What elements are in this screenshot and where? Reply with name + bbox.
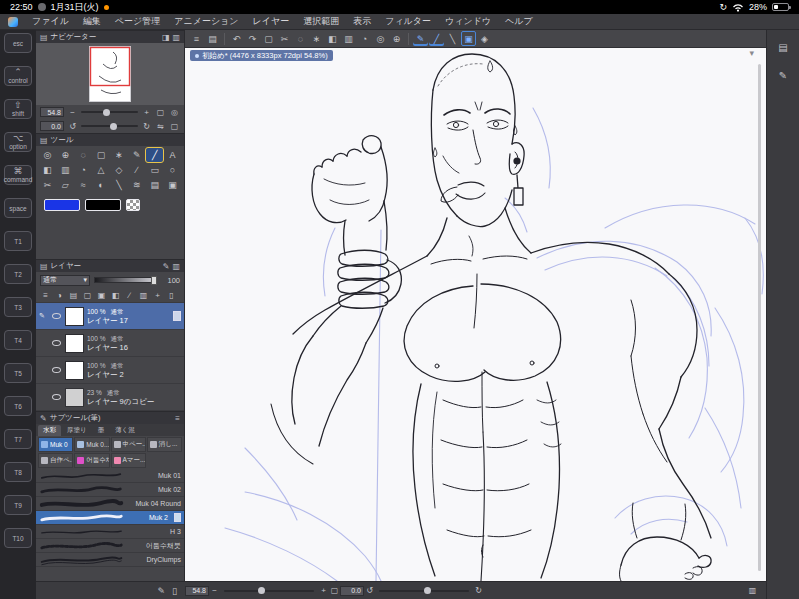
tone-tool-icon[interactable]: ◐ xyxy=(93,178,110,192)
text-tool-icon[interactable]: A xyxy=(164,148,181,162)
navigator-preview[interactable] xyxy=(36,43,184,105)
fill-icon[interactable]: ◧ xyxy=(325,31,340,46)
subtool-tab-0[interactable]: 水彩 xyxy=(38,425,61,436)
eyedropper-tool-icon[interactable]: ◔ xyxy=(75,163,92,177)
blend-mode-select[interactable]: 通常 ▾ xyxy=(40,275,90,286)
layer-edit-header-icon[interactable]: ✎ xyxy=(163,262,170,271)
bottom-rotate-right-icon[interactable]: ↻ xyxy=(473,586,484,595)
menu-item-8[interactable]: ウィンドウ xyxy=(438,15,498,28)
brush-row[interactable]: Muk 01 xyxy=(36,469,184,483)
cut-tool-icon[interactable]: ✂ xyxy=(39,178,56,192)
menu-item-0[interactable]: ファイル xyxy=(25,15,76,28)
pen-tool-icon[interactable]: ✎ xyxy=(128,148,145,162)
bottom-rotation-slider[interactable] xyxy=(379,590,469,592)
primary-color-swatch[interactable] xyxy=(44,199,80,211)
pen-icon[interactable]: ✎ xyxy=(413,31,428,46)
subtool-button[interactable]: Muk 0 xyxy=(38,437,73,452)
layer-row[interactable]: 23 %通常レイヤー 9のコピー xyxy=(36,384,184,411)
edge-key-t3[interactable]: T3 xyxy=(4,297,32,317)
subview-tool-icon[interactable]: ▣ xyxy=(164,178,181,192)
move-tool-icon[interactable]: ⊕ xyxy=(57,148,74,162)
brush-row[interactable]: 어둠수채붓 xyxy=(36,539,184,553)
blend-tool-icon[interactable]: ≈ xyxy=(75,178,92,192)
gradient-tool-icon[interactable]: ▥ xyxy=(57,163,74,177)
layer-row[interactable]: 100 %通常レイヤー 2 xyxy=(36,357,184,384)
canvas-window-chevron-icon[interactable]: ▾ xyxy=(749,48,754,58)
lasso-tool-icon[interactable]: ◌ xyxy=(75,148,92,162)
rotate-left-icon[interactable]: ↺ xyxy=(67,122,78,131)
figure-tool-icon[interactable]: ○ xyxy=(164,163,181,177)
menu-item-6[interactable]: 表示 xyxy=(346,15,378,28)
bottom-grid-icon[interactable]: ▥ xyxy=(747,586,758,595)
airbrush-tool-icon[interactable]: △ xyxy=(93,163,110,177)
menu-item-4[interactable]: レイヤー xyxy=(246,15,297,28)
layer-thumbnail[interactable] xyxy=(65,388,84,407)
brush-row[interactable]: Muk 2 xyxy=(36,511,184,525)
menu-item-9[interactable]: ヘルプ xyxy=(498,15,540,28)
main-menu-icon[interactable]: ≡ xyxy=(189,31,204,46)
menu-item-1[interactable]: 編集 xyxy=(76,15,108,28)
edge-key-esc[interactable]: esc xyxy=(4,33,32,53)
folder-icon[interactable]: ▥ xyxy=(137,289,150,302)
menu-item-5[interactable]: 選択範囲 xyxy=(296,15,346,28)
subview-tab-icon[interactable]: ◨ xyxy=(162,33,170,42)
brush-icon[interactable]: ╱ xyxy=(429,31,444,46)
subtool-button[interactable]: 消し... xyxy=(147,437,182,452)
canvas-artwork[interactable] xyxy=(185,48,766,581)
clip-icon[interactable]: ▤ xyxy=(67,289,80,302)
pencil-icon[interactable]: ╲ xyxy=(445,31,460,46)
add-subtool-icon[interactable]: ✎ xyxy=(158,586,166,596)
layer-thumbnail[interactable] xyxy=(65,334,84,353)
canvas-area[interactable]: 初始め* (4476 x 8333px 72dpi 54.8%) ▾ xyxy=(185,48,766,581)
eraser-tool-icon[interactable]: ▱ xyxy=(57,178,74,192)
edge-key-t5[interactable]: T5 xyxy=(4,363,32,383)
fill-tool-icon[interactable]: ◧ xyxy=(39,163,56,177)
edge-key-t10[interactable]: T10 xyxy=(4,528,32,548)
layer-thumbnail[interactable] xyxy=(65,361,84,380)
edge-key-t1[interactable]: T1 xyxy=(4,231,32,251)
canvas-vertical-scrollbar[interactable] xyxy=(758,64,761,571)
gradient-icon[interactable]: ▥ xyxy=(341,31,356,46)
bottom-fit-icon[interactable]: ▢ xyxy=(329,586,340,595)
undo-icon[interactable]: ↶ xyxy=(229,31,244,46)
navigator-title[interactable]: ナビゲーター xyxy=(51,32,97,42)
transparent-color-swatch[interactable] xyxy=(126,199,140,211)
edge-key-t7[interactable]: T7 xyxy=(4,429,32,449)
trash-icon[interactable]: ▯ xyxy=(172,586,177,596)
auto-select-tool-icon[interactable]: ∗ xyxy=(111,148,128,162)
bottom-rotation-value[interactable]: 0.0 xyxy=(340,586,364,596)
mask-icon[interactable]: ◧ xyxy=(109,289,122,302)
frame-tool-icon[interactable]: ▭ xyxy=(146,163,163,177)
palette-menu-icon[interactable]: ≡ xyxy=(39,289,52,302)
command-bar-icon[interactable]: ▤ xyxy=(205,31,220,46)
layer-visibility-toggle[interactable] xyxy=(50,313,62,319)
layer-row[interactable]: ✎100 %通常レイヤー 17 xyxy=(36,303,184,330)
subtool-menu-icon[interactable]: ≡ xyxy=(175,414,180,423)
ruler-icon[interactable]: ∕ xyxy=(123,289,136,302)
navigator-zoom-value[interactable]: 54.8 xyxy=(40,107,64,117)
wand-icon[interactable]: ∗ xyxy=(309,31,324,46)
brush-row[interactable]: Muk 04 Round xyxy=(36,497,184,511)
lock-alpha-icon[interactable]: ▣ xyxy=(95,289,108,302)
edge-key-t4[interactable]: T4 xyxy=(4,330,32,350)
secondary-color-swatch[interactable] xyxy=(85,199,121,211)
navigator-zoom-slider[interactable] xyxy=(81,111,138,113)
blend-icon[interactable]: ◑ xyxy=(53,289,66,302)
menu-item-2[interactable]: ページ管理 xyxy=(108,15,167,28)
fit-screen-icon[interactable]: ▢ xyxy=(155,108,166,117)
subtool-button[interactable]: 自作ペ... xyxy=(38,453,73,468)
delete-layer-icon[interactable]: ▯ xyxy=(165,289,178,302)
rotate-right-icon[interactable]: ↻ xyxy=(141,122,152,131)
eyedropper-icon[interactable]: ◔ xyxy=(357,31,372,46)
brush-row[interactable]: H 3 xyxy=(36,525,184,539)
operation-tool-icon[interactable]: ▤ xyxy=(146,178,163,192)
color-panel-toggle-icon[interactable]: ▤ xyxy=(774,38,792,56)
menu-item-7[interactable]: フィルター xyxy=(378,15,438,28)
opacity-slider[interactable] xyxy=(94,277,156,283)
info-tab-icon[interactable]: ▥ xyxy=(172,33,180,42)
subtool-tab-1[interactable]: 厚塗り xyxy=(62,425,92,436)
zoom-in-icon[interactable]: + xyxy=(141,108,152,117)
layer-visibility-toggle[interactable] xyxy=(50,367,62,373)
canvas-tab[interactable]: 初始め* (4476 x 8333px 72dpi 54.8%) xyxy=(190,50,333,61)
decoration-tool-icon[interactable]: ◇ xyxy=(111,163,128,177)
